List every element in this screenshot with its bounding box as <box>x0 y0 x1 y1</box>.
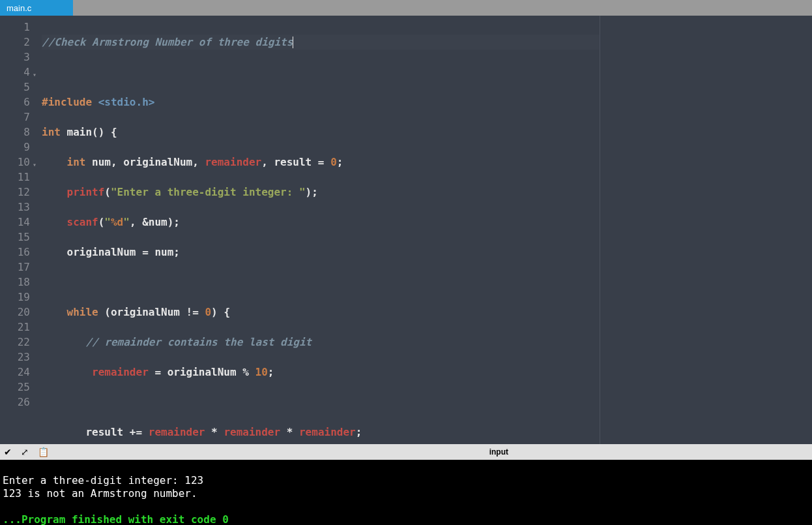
console-output[interactable]: Enter a three-digit integer: 123 123 is … <box>0 460 812 525</box>
console-toolbar: ✔ ⤢ 📋 input <box>0 444 812 460</box>
code-area[interactable]: //Check Armstrong Number of three digits… <box>36 16 600 444</box>
line-number: 7 <box>3 110 30 125</box>
line-number: 23 <box>3 350 30 365</box>
console-line: Enter a three-digit integer: 123 <box>3 474 203 487</box>
line-number: 14 <box>3 215 30 230</box>
editor-right-margin <box>600 16 812 444</box>
code-comment: //Check Armstrong Number of three digits <box>42 36 293 48</box>
line-number: 12 <box>3 185 30 200</box>
line-number: 1 <box>3 20 30 35</box>
line-number: 3 <box>3 50 30 65</box>
line-number: 11 <box>3 170 30 185</box>
line-number: 21 <box>3 320 30 335</box>
tab-bar: main.c <box>0 0 812 16</box>
line-number: 19 <box>3 290 30 305</box>
input-label: input <box>489 447 508 457</box>
line-number: 15 <box>3 230 30 245</box>
console-line-success: ...Program finished with exit code 0 <box>3 513 229 525</box>
line-number: 18 <box>3 275 30 290</box>
editor: 1234567891011121314151617181920212223242… <box>0 16 812 444</box>
file-tab-main[interactable]: main.c <box>0 0 73 16</box>
line-number: 20 <box>3 305 30 320</box>
line-number: 16 <box>3 245 30 260</box>
line-number: 22 <box>3 335 30 350</box>
line-number: 2 <box>3 35 30 50</box>
line-number: 13 <box>3 200 30 215</box>
line-number: 10 <box>3 155 30 170</box>
line-number: 25 <box>3 380 30 395</box>
line-number: 9 <box>3 140 30 155</box>
text-cursor <box>293 37 293 48</box>
line-number: 8 <box>3 125 30 140</box>
expand-icon[interactable]: ⤢ <box>21 447 29 457</box>
line-number: 17 <box>3 260 30 275</box>
line-number: 24 <box>3 365 30 380</box>
line-number: 26 <box>3 395 30 410</box>
line-number-gutter: 1234567891011121314151617181920212223242… <box>0 16 36 444</box>
collapse-icon[interactable]: ✔ <box>4 447 12 457</box>
tab-filename: main.c <box>7 3 31 13</box>
line-number: 5 <box>3 80 30 95</box>
line-number: 6 <box>3 95 30 110</box>
copy-icon[interactable]: 📋 <box>38 447 49 457</box>
console-line: 123 is not an Armstrong number. <box>3 487 197 500</box>
line-number: 4 <box>3 65 30 80</box>
